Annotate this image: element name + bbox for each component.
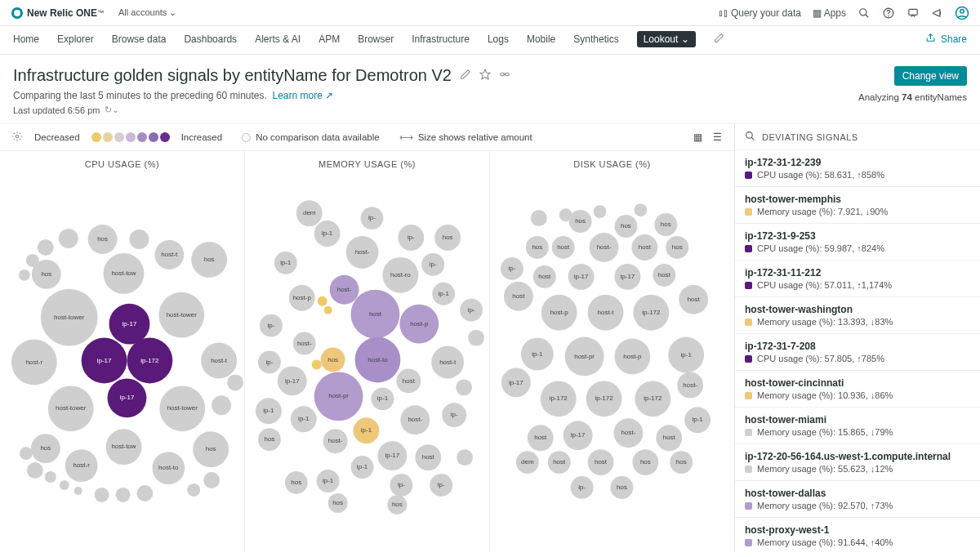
- bubble-label: ip-1: [439, 290, 450, 297]
- account-switcher[interactable]: All accounts ⌄: [118, 7, 176, 18]
- view-grid-icon[interactable]: ▦: [692, 131, 703, 143]
- chart-memory-usage[interactable]: MEMORY USAGE (%) hosthost-tohost-prhost-…: [245, 151, 490, 552]
- nav-apm[interactable]: APM: [318, 33, 340, 45]
- view-list-icon[interactable]: ☰: [711, 131, 723, 143]
- bubble[interactable]: [212, 395, 231, 415]
- help-icon[interactable]: [882, 7, 895, 20]
- signal-row[interactable]: ip-172-31-12-239CPU usage (%): 58.631, ↑…: [735, 150, 980, 187]
- nav-logs[interactable]: Logs: [488, 33, 509, 45]
- search-icon[interactable]: [858, 7, 871, 20]
- chart-disk-usage[interactable]: DISK USAGE (%) host-phost-tip-172hosthos…: [490, 151, 734, 552]
- bubble-label: ip-: [265, 359, 273, 366]
- bubble-label: host: [595, 458, 608, 466]
- refresh-icon[interactable]: ↻⌄: [105, 105, 119, 115]
- search-icon[interactable]: [745, 131, 755, 143]
- bubble[interactable]: [129, 229, 149, 249]
- link-icon[interactable]: [499, 69, 510, 82]
- nav-infrastructure[interactable]: Infrastructure: [412, 33, 470, 45]
- bubble[interactable]: [27, 462, 43, 479]
- signal-color-swatch: [745, 392, 752, 399]
- grid-icon: ▦: [813, 7, 824, 19]
- nav-synthetics[interactable]: Synthetics: [573, 33, 618, 45]
- signal-row[interactable]: ip-172-31-9-253CPU usage (%): 59.987, ↑8…: [735, 224, 980, 261]
- brand-logo[interactable]: New Relic ONE™: [11, 7, 104, 19]
- bubble[interactable]: [203, 472, 220, 488]
- user-avatar-icon[interactable]: [956, 7, 969, 20]
- edit-icon[interactable]: [714, 33, 724, 46]
- signal-row[interactable]: ip-172-31-7-208CPU usage (%): 57.805, ↑7…: [735, 334, 980, 371]
- favorite-icon[interactable]: [479, 69, 491, 82]
- signal-row[interactable]: host-tower-washingtonMemory usage (%): 1…: [735, 297, 980, 334]
- signal-color-swatch: [745, 208, 752, 216]
- signal-row[interactable]: ip-172-20-56-164.us-west-1.compute.inter…: [735, 444, 980, 481]
- nav-explorer[interactable]: Explorer: [57, 33, 94, 45]
- nav-browse-data[interactable]: Browse data: [112, 33, 167, 45]
- bubble[interactable]: [559, 208, 572, 221]
- signal-row[interactable]: host-tower-dallasMemory usage (%): 92.57…: [735, 481, 980, 518]
- bubble-label: ip-1: [322, 229, 333, 237]
- bubble-label: ip-1: [357, 463, 368, 470]
- bubble[interactable]: [318, 296, 327, 306]
- bubble[interactable]: [634, 203, 647, 216]
- nav-alerts-ai[interactable]: Alerts & AI: [255, 33, 301, 45]
- bubble-label: ip-: [468, 306, 475, 314]
- signal-row[interactable]: host-tower-cincinnatiMemory usage (%): 1…: [735, 371, 980, 408]
- settings-icon[interactable]: [11, 131, 23, 144]
- bubble[interactable]: [116, 488, 131, 502]
- learn-more-link[interactable]: Learn more ↗: [273, 90, 334, 101]
- bubble[interactable]: [45, 471, 56, 483]
- bubble[interactable]: [19, 270, 30, 281]
- nav-dashboards[interactable]: Dashboards: [184, 33, 237, 45]
- bubble[interactable]: [312, 360, 322, 370]
- signal-metric: Memory usage (%): 13.393, ↓83%: [745, 317, 970, 327]
- signal-row[interactable]: host-tower-memphisMemory usage (%): 7.92…: [735, 187, 980, 224]
- bubble[interactable]: [74, 487, 82, 495]
- bubble[interactable]: [59, 229, 78, 248]
- bubble-label: ip-: [368, 214, 376, 221]
- bubble[interactable]: [95, 488, 109, 502]
- bubble-label: host-: [408, 416, 422, 423]
- edit-title-icon[interactable]: [460, 69, 471, 82]
- change-view-button[interactable]: Change view: [894, 66, 967, 86]
- bubble-label: hos: [206, 445, 216, 452]
- bubble[interactable]: [468, 330, 484, 346]
- nav-browser[interactable]: Browser: [358, 33, 394, 45]
- nav-lookout-active[interactable]: Lookout ⌄: [637, 31, 696, 47]
- bubble-label: ip-1: [693, 416, 704, 423]
- chart-cpu-usage[interactable]: CPU USAGE (%) ip-17ip-17ip-172ip-17host-…: [0, 151, 245, 552]
- nav-home[interactable]: Home: [13, 33, 39, 45]
- nav-mobile[interactable]: Mobile: [527, 33, 555, 45]
- signal-name: ip-172-31-12-239: [745, 157, 970, 168]
- top-bar: New Relic ONE™ All accounts ⌄ ⫾⫿ Query y…: [0, 0, 980, 26]
- query-data-link[interactable]: ⫾⫿ Query your data: [719, 7, 801, 19]
- page-title: Infrastructure golden signals by entityN…: [13, 66, 452, 85]
- share-link[interactable]: Share: [941, 33, 967, 45]
- bubble-label: host-tower: [167, 311, 198, 319]
- bubble[interactable]: [324, 306, 332, 314]
- bubble-label: hos: [575, 217, 586, 225]
- bubble[interactable]: [594, 205, 607, 218]
- announce-icon[interactable]: [931, 7, 944, 20]
- bubble[interactable]: [38, 239, 54, 256]
- bubble[interactable]: [60, 480, 69, 490]
- apps-link[interactable]: ▦ Apps: [813, 7, 846, 19]
- bubble[interactable]: [136, 485, 153, 501]
- bubble-label: host-: [597, 243, 612, 251]
- signal-row[interactable]: host-tower-miamiMemory usage (%): 15.865…: [735, 408, 980, 444]
- bubble-label: host: [534, 434, 547, 441]
- bubble-label: ip-: [408, 234, 415, 241]
- bubble-label: hos: [97, 235, 108, 243]
- bubble[interactable]: [531, 210, 547, 226]
- bubble[interactable]: [187, 483, 200, 497]
- bubble[interactable]: [456, 379, 472, 395]
- signal-row[interactable]: host-proxy-west-1Memory usage (%): 91.64…: [735, 518, 980, 552]
- signal-name: host-tower-washington: [745, 304, 970, 315]
- feedback-icon[interactable]: [906, 7, 920, 20]
- legend-increased-label: Increased: [181, 132, 223, 142]
- bubble[interactable]: [457, 449, 473, 466]
- bubble[interactable]: [227, 374, 243, 390]
- bubble[interactable]: [26, 254, 39, 267]
- signal-row[interactable]: ip-172-31-11-212CPU usage (%): 57.011, ↑…: [735, 261, 980, 297]
- bubble[interactable]: [20, 447, 33, 460]
- bubble-label: ip-: [267, 322, 274, 329]
